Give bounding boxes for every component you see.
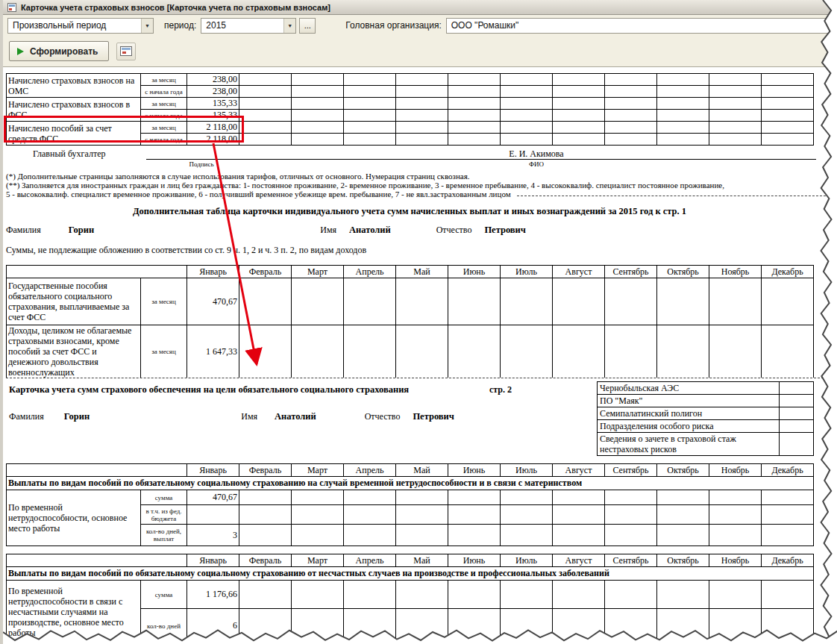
empty-cell (448, 134, 501, 146)
hazard-label: Семипалатинский полигон (598, 407, 780, 420)
empty-cell (396, 122, 448, 134)
empty-cell (709, 505, 762, 525)
empty-cell (657, 98, 709, 110)
empty-cell (396, 609, 448, 643)
month-header-cell: Май (396, 266, 448, 278)
empty-cell (239, 86, 292, 98)
month-header-cell: Сентябрь (605, 266, 657, 278)
additional-table-title: Дополнительная таблица карточки индивиду… (6, 206, 813, 217)
empty-cell (501, 609, 553, 643)
period-cell: кол-во дней (141, 609, 187, 643)
empty-cell (657, 490, 709, 505)
person-row: Фамилия Горин Имя Анатолий Отчество Петр… (6, 225, 837, 236)
month-header-cell: Июнь (448, 464, 501, 477)
empty-cell (762, 134, 814, 146)
name-label: Имя (320, 225, 336, 235)
empty-cell (657, 278, 709, 325)
empty-cell (657, 74, 709, 86)
period-mode-select[interactable]: Произвольный период ▼ (7, 18, 154, 34)
empty-cell (239, 325, 292, 378)
name-label: Имя (241, 411, 257, 422)
empty-cell (239, 490, 292, 505)
table-row: Доходы, целиком не облагаемые страховыми… (7, 325, 814, 378)
month-header-cell: Сентябрь (605, 554, 657, 567)
empty-cell (709, 278, 762, 325)
empty-cell (344, 609, 396, 643)
empty-cell (762, 581, 814, 609)
org-input[interactable]: ООО "Ромашки" (446, 18, 833, 34)
titlebar: Карточка учета страховых взносов [Карточ… (3, 0, 837, 15)
empty-cell (553, 525, 605, 546)
contributions-summary-table: Начислено страховых взносов на ОМС за ме… (6, 73, 814, 146)
value-cell: 2 118,00 (187, 134, 239, 146)
empty-cell (501, 490, 553, 505)
signature-name: Е. И. Акимова (509, 149, 563, 159)
empty-cell (780, 420, 814, 433)
empty-cell (344, 505, 396, 525)
empty-cell (7, 266, 187, 278)
empty-cell (553, 581, 605, 609)
patronymic-value: Петрович (484, 225, 525, 235)
empty-cell (501, 581, 553, 609)
patronymic-label: Отчество (365, 411, 401, 422)
period-year-select[interactable]: 2015 ▼ (201, 18, 296, 34)
report-area[interactable]: Начислено страховых взносов на ОМС за ме… (3, 67, 837, 644)
empty-cell (7, 554, 187, 567)
empty-cell (709, 581, 762, 609)
hazard-table-row: ПО "Маяк" (598, 395, 814, 407)
signature-role: Главный бухгалтер (33, 149, 146, 160)
value-cell: 3 (187, 525, 239, 546)
table-row: По временной нетрудоспособности в связи … (7, 581, 814, 609)
empty-cell (448, 98, 501, 110)
value-cell: 6 (187, 609, 239, 643)
page2-title: Карточка учета сумм страхового обеспечен… (9, 384, 409, 396)
footnote-1: (*) Дополнительные страницы заполняются … (6, 172, 837, 181)
empty-cell (553, 609, 605, 643)
empty-cell (448, 74, 501, 86)
empty-cell (448, 525, 501, 546)
empty-cell (553, 490, 605, 505)
signature-line: Подпись (146, 149, 257, 160)
empty-cell (344, 525, 396, 546)
month-header-cell: Июль (501, 266, 553, 278)
empty-cell (657, 505, 709, 525)
row-label: По временной нетрудоспособности, основно… (7, 490, 141, 546)
generate-button[interactable]: Сформировать (9, 41, 109, 61)
empty-cell (344, 86, 396, 98)
month-header-cell: Декабрь (762, 464, 814, 477)
empty-cell (605, 134, 657, 146)
empty-cell (605, 325, 657, 378)
benefits-table-accidents: ЯнварьФевральМартАпрельМайИюньИюльАвгуст… (6, 554, 814, 643)
chevron-down-icon[interactable]: ▼ (283, 19, 295, 33)
period-cell: в т.ч. из фед. бюджета (141, 505, 187, 525)
empty-cell (762, 525, 814, 546)
footnotes: (*) Дополнительные страницы заполняются … (6, 172, 837, 198)
empty-cell (553, 505, 605, 525)
empty-cell (292, 325, 344, 378)
month-header-cell: Май (396, 464, 448, 477)
empty-cell (605, 505, 657, 525)
patronymic-value: Петрович (413, 411, 454, 422)
empty-cell (7, 464, 187, 477)
empty-cell (292, 490, 344, 505)
hazard-label: ПО "Маяк" (598, 395, 780, 407)
period-more-button[interactable]: ... (299, 18, 316, 34)
month-header-cell: Июль (501, 464, 553, 477)
patronymic-label: Отчество (436, 225, 472, 235)
empty-cell (292, 505, 344, 525)
table-row: Государственные пособия обязательного со… (7, 278, 814, 325)
empty-cell (657, 609, 709, 643)
printer-button[interactable] (116, 43, 136, 60)
chevron-down-icon[interactable]: ▼ (141, 19, 153, 33)
empty-cell (448, 122, 501, 134)
row-label: Доходы, целиком не облагаемые страховыми… (7, 325, 141, 378)
play-icon (17, 48, 24, 55)
table-row: Начислено страховых взносов на ОМС за ме… (7, 74, 814, 86)
empty-cell (292, 110, 344, 122)
month-header-cell: Июнь (448, 266, 501, 278)
period-cell: за месяц (141, 74, 187, 86)
empty-cell (605, 86, 657, 98)
band-header: Выплаты по видам пособий по обязательном… (7, 567, 814, 581)
month-header-cell: Сентябрь (605, 464, 657, 477)
surname-value: Горин (69, 225, 94, 235)
